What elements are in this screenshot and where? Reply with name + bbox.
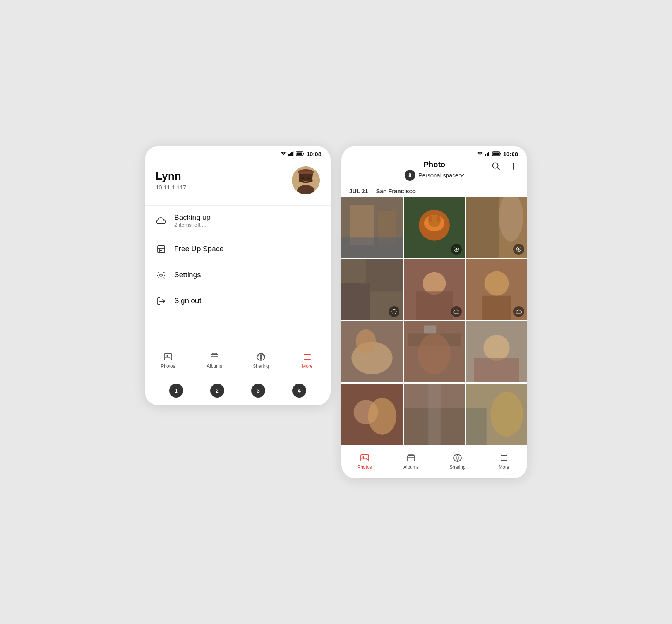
photo-cell-11[interactable] — [404, 384, 465, 445]
menu-item-row-signout: Sign out — [145, 288, 331, 314]
menu-item-row-settings: 7 Settings — [145, 262, 331, 288]
right-status-icons — [477, 151, 501, 156]
svg-rect-20 — [211, 355, 218, 360]
menu-items: 5 Backing up 2 items left ... — [145, 205, 331, 314]
add-button[interactable] — [508, 160, 519, 172]
photo-header: Photo 8 Personal spa — [341, 160, 527, 185]
svg-line-36 — [497, 167, 499, 169]
photo-scene-11 — [404, 384, 465, 445]
upload-icon-2 — [451, 244, 462, 255]
upload-icon-3 — [513, 244, 524, 255]
nav-photos[interactable]: Photos — [145, 349, 191, 371]
right-more-nav-label: More — [499, 465, 509, 470]
free-space-icon — [156, 244, 166, 254]
photo-cell-2[interactable] — [404, 197, 465, 258]
nav-albums[interactable]: Albums — [191, 349, 238, 371]
backup-text: Backing up 2 items left ... — [174, 213, 211, 228]
svg-rect-30 — [488, 152, 489, 156]
signal-icon — [288, 151, 294, 156]
right-nav-more[interactable]: More — [481, 450, 527, 472]
right-more-nav-icon — [499, 453, 509, 463]
right-signal-icon — [485, 151, 490, 156]
number-2: 2 — [210, 384, 224, 398]
svg-point-63 — [423, 272, 446, 295]
svg-rect-72 — [424, 325, 437, 333]
svg-point-47 — [428, 216, 432, 222]
right-albums-nav-icon — [406, 453, 416, 463]
photo-cell-5[interactable] — [404, 259, 465, 320]
photo-inner-5 — [404, 259, 465, 320]
svg-point-86 — [490, 392, 523, 437]
svg-point-66 — [484, 271, 509, 295]
menu-item-row-free: 6 Free Up Space — [145, 236, 331, 262]
menu-item-backup[interactable]: Backing up 2 items left ... — [145, 206, 331, 236]
svg-marker-0 — [283, 154, 284, 156]
photo-cell-9[interactable] — [466, 321, 527, 382]
header-actions — [490, 160, 519, 172]
menu-item-signout[interactable]: Sign out — [145, 288, 331, 314]
dot-separator: · — [371, 188, 373, 194]
avatar-image — [292, 166, 320, 194]
backup-label: Backing up — [174, 213, 211, 222]
sharing-nav-label: Sharing — [253, 363, 269, 369]
date-label: JUL 21 — [349, 188, 368, 194]
svg-rect-1 — [288, 154, 290, 156]
settings-label: Settings — [174, 271, 201, 279]
svg-point-13 — [302, 177, 304, 179]
user-section: Lynn 10.11.1.117 — [145, 160, 331, 205]
photo-inner-7 — [341, 321, 403, 382]
photo-inner-12 — [466, 384, 527, 445]
notification-badge: 8 — [405, 170, 415, 181]
svg-point-80 — [368, 398, 396, 434]
svg-rect-6 — [303, 153, 304, 155]
settings-icon — [156, 270, 166, 280]
svg-rect-42 — [341, 237, 403, 258]
albums-nav-label: Albums — [207, 363, 222, 369]
right-sharing-nav-icon — [453, 453, 462, 463]
search-button[interactable] — [490, 160, 502, 172]
svg-rect-34 — [493, 153, 499, 155]
space-dropdown[interactable]: Personal space — [418, 172, 464, 178]
right-battery-icon — [492, 151, 501, 156]
photo-cell-1[interactable] — [341, 197, 403, 258]
cloud-icon-5 — [451, 306, 462, 317]
photo-cell-10[interactable] — [341, 384, 403, 445]
photo-cell-8[interactable] — [404, 321, 465, 382]
right-time: 10:08 — [503, 151, 518, 157]
photo-inner-10 — [341, 384, 403, 445]
left-bottom-nav: Photos Albums — [145, 345, 331, 377]
svg-rect-77 — [474, 358, 519, 382]
menu-item-free[interactable]: Free Up Space — [145, 236, 331, 262]
nav-more[interactable]: More — [284, 349, 331, 371]
right-nav-photos[interactable]: Photos — [341, 450, 388, 472]
photos-nav-label: Photos — [161, 363, 175, 369]
photo-cell-4[interactable] — [341, 259, 403, 320]
backup-sublabel: 2 items left ... — [174, 222, 211, 228]
nav-sharing[interactable]: Sharing — [238, 349, 284, 371]
photo-scene-8 — [404, 321, 465, 382]
photo-cell-3[interactable] — [466, 197, 527, 258]
right-nav-albums[interactable]: Albums — [388, 450, 434, 472]
svg-rect-4 — [293, 151, 294, 156]
menu-item-settings[interactable]: Settings — [145, 262, 331, 288]
number-4: 4 — [292, 384, 306, 398]
wifi-icon — [280, 151, 286, 156]
photo-cell-12[interactable] — [466, 384, 527, 445]
more-nav-icon — [303, 351, 312, 362]
svg-point-70 — [356, 329, 376, 354]
right-status-bar: 10:08 — [341, 146, 527, 160]
bottom-numbers: 1 2 3 4 — [145, 377, 331, 405]
svg-point-14 — [308, 177, 310, 179]
svg-rect-2 — [290, 153, 291, 156]
photo-inner-3 — [466, 197, 527, 258]
right-albums-nav-label: Albums — [403, 465, 419, 470]
signout-icon — [156, 296, 166, 306]
photo-cell-6[interactable] — [466, 259, 527, 320]
right-nav-sharing[interactable]: Sharing — [434, 450, 481, 472]
photo-inner-4 — [341, 259, 403, 320]
svg-rect-64 — [416, 291, 453, 320]
svg-rect-85 — [466, 408, 487, 445]
photo-cell-7[interactable] — [341, 321, 403, 382]
location-label: San Francisco — [376, 188, 416, 194]
photo-scene-10 — [341, 384, 403, 445]
